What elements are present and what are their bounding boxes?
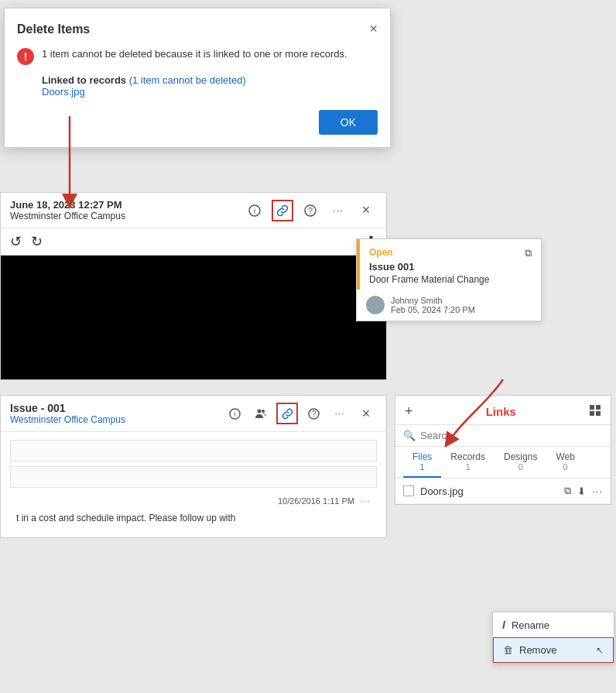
- issue-comment-more-button[interactable]: ···: [361, 496, 371, 506]
- ok-button[interactable]: OK: [319, 110, 378, 135]
- links-search-input[interactable]: [420, 430, 603, 441]
- issue-card-name: Door Frame Material Change: [369, 274, 489, 285]
- photo-viewer-meta: June 18, 2023 12:27 PM Westminster Offic…: [10, 199, 125, 221]
- context-menu-remove-label: Remove: [519, 644, 556, 656]
- issue-card-username: Johnny Smith: [391, 296, 475, 305]
- issue-detail-body: 10/26/2016 1:11 PM ··· t in a cost and s…: [1, 432, 386, 537]
- cursor-icon: ↖: [596, 645, 604, 656]
- svg-rect-12: [596, 405, 601, 410]
- file-more-icon[interactable]: ···: [592, 485, 603, 497]
- redo-icon[interactable]: ↻: [31, 233, 43, 250]
- delete-dialog: Delete Items × ! 1 item cannot be delete…: [4, 8, 391, 148]
- svg-rect-14: [596, 411, 601, 416]
- svg-rect-13: [590, 411, 594, 416]
- tab-designs[interactable]: Designs 0: [495, 447, 546, 478]
- photo-viewer-toolbar: ↺ ↻ ⬇: [1, 228, 386, 256]
- links-panel-header: + Links: [395, 396, 611, 425]
- svg-text:i: i: [234, 410, 235, 418]
- delete-dialog-close-button[interactable]: ×: [369, 21, 378, 37]
- issue-input-field-1[interactable]: [10, 440, 377, 461]
- svg-text:i: i: [254, 207, 255, 215]
- issue-detail-link-button[interactable]: [276, 403, 298, 424]
- issue-card-id: Issue 001: [369, 261, 489, 273]
- issue-detail-people-button[interactable]: [250, 403, 272, 424]
- context-menu-rename-label: Rename: [512, 619, 549, 631]
- photo-viewer-date: June 18, 2023 12:27 PM: [10, 199, 125, 211]
- issue-detail-help-button[interactable]: ?: [303, 403, 324, 424]
- svg-point-7: [258, 410, 262, 413]
- issue-detail-close-button[interactable]: ×: [355, 403, 377, 424]
- photo-viewer-location: Westminster Office Campus: [10, 211, 125, 221]
- issue-comment-date: 10/26/2016 1:11 PM: [278, 496, 354, 506]
- linked-records-section: Linked to records (1 item cannot be dele…: [42, 74, 378, 98]
- links-panel: + Links 🔍 Files 1 Records 1 Designs 0 We…: [395, 395, 611, 505]
- tab-designs-label: Designs: [504, 451, 537, 462]
- issue-input-field-2[interactable]: [10, 466, 377, 488]
- svg-rect-11: [590, 405, 594, 410]
- delete-dialog-footer: OK: [17, 110, 378, 135]
- photo-viewer-header: June 18, 2023 12:27 PM Westminster Offic…: [1, 193, 386, 228]
- issue-detail-id: Issue - 001: [10, 402, 125, 414]
- links-file-row: Doors.jpg ⧉ ⬇ ···: [395, 479, 611, 504]
- issue-card-panel: Open Issue 001 Door Frame Material Chang…: [356, 238, 542, 321]
- tab-files-label: Files: [412, 451, 432, 462]
- search-icon: 🔍: [403, 430, 416, 441]
- tab-web-count: 0: [563, 462, 568, 472]
- linked-records-label: Linked to records: [42, 74, 126, 86]
- linked-file-link[interactable]: Doors.jpg: [42, 86, 85, 98]
- context-menu: I Rename 🗑 Remove ↖: [492, 612, 614, 664]
- error-icon: !: [17, 48, 34, 65]
- issue-comment-row: 10/26/2016 1:11 PM ···: [10, 492, 377, 509]
- photo-viewer-help-button[interactable]: ?: [299, 200, 321, 221]
- links-add-button[interactable]: +: [405, 403, 413, 420]
- photo-viewer-link-button[interactable]: [272, 200, 293, 221]
- issue-detail-more-button[interactable]: ···: [329, 403, 351, 424]
- issue-detail-location[interactable]: Westminster Office Campus: [10, 414, 125, 425]
- photo-viewer-more-button[interactable]: ···: [327, 200, 349, 221]
- photo-viewer-panel: June 18, 2023 12:27 PM Westminster Offic…: [0, 192, 387, 380]
- issue-card-user-info: Johnny Smith Feb 05, 2024 7:20 PM: [391, 296, 475, 314]
- photo-viewer-icons: i ? ··· ×: [244, 200, 377, 221]
- tab-files-count: 1: [420, 462, 425, 472]
- tab-files[interactable]: Files 1: [403, 447, 441, 478]
- file-external-icon[interactable]: ⧉: [564, 485, 571, 497]
- svg-text:?: ?: [308, 206, 313, 215]
- photo-viewer-info-button[interactable]: i: [244, 200, 265, 221]
- delete-dialog-header: Delete Items ×: [17, 21, 378, 37]
- issue-card-header: Open Issue 001 Door Frame Material Chang…: [357, 239, 541, 290]
- delete-dialog-message: 1 item cannot be deleted because it is l…: [42, 46, 347, 62]
- svg-point-4: [372, 300, 378, 306]
- tab-records-count: 1: [466, 462, 471, 472]
- delete-dialog-title: Delete Items: [17, 22, 90, 36]
- issue-detail-meta: Issue - 001 Westminster Office Campus: [10, 402, 125, 425]
- issue-card-footer: Johnny Smith Feb 05, 2024 7:20 PM: [357, 290, 541, 321]
- tab-web-label: Web: [556, 451, 574, 462]
- links-grid-button[interactable]: [589, 404, 601, 419]
- issue-card-status: Open: [369, 247, 489, 258]
- tab-designs-count: 0: [518, 462, 523, 472]
- tab-records-label: Records: [450, 451, 485, 462]
- links-search-row: 🔍: [395, 425, 611, 447]
- file-checkbox[interactable]: [403, 485, 414, 496]
- svg-point-8: [262, 410, 265, 413]
- tab-records[interactable]: Records 1: [441, 447, 495, 478]
- photo-viewer-canvas: [1, 256, 386, 379]
- issue-detail-header: Issue - 001 Westminster Office Campus i …: [1, 396, 386, 432]
- rename-icon: I: [502, 619, 505, 631]
- undo-icon[interactable]: ↺: [10, 233, 22, 250]
- issue-card-date: Feb 05, 2024 7:20 PM: [391, 305, 475, 314]
- context-menu-rename[interactable]: I Rename: [493, 612, 614, 637]
- remove-icon: 🗑: [503, 644, 513, 656]
- linked-count: (1 item cannot be deleted): [129, 74, 246, 86]
- context-menu-remove[interactable]: 🗑 Remove ↖: [493, 637, 614, 663]
- file-name: Doors.jpg: [420, 485, 558, 497]
- issue-comment-text: t in a cost and schedule impact. Please …: [10, 509, 377, 530]
- tab-web[interactable]: Web 0: [546, 447, 583, 478]
- links-tabs: Files 1 Records 1 Designs 0 Web 0: [395, 447, 611, 479]
- avatar: [366, 296, 385, 314]
- issue-detail-info-button[interactable]: i: [224, 403, 245, 424]
- file-download-icon[interactable]: ⬇: [577, 485, 586, 497]
- photo-viewer-close-button[interactable]: ×: [355, 200, 377, 221]
- external-link-icon[interactable]: ⧉: [525, 247, 532, 259]
- issue-detail-panel: Issue - 001 Westminster Office Campus i …: [0, 395, 387, 538]
